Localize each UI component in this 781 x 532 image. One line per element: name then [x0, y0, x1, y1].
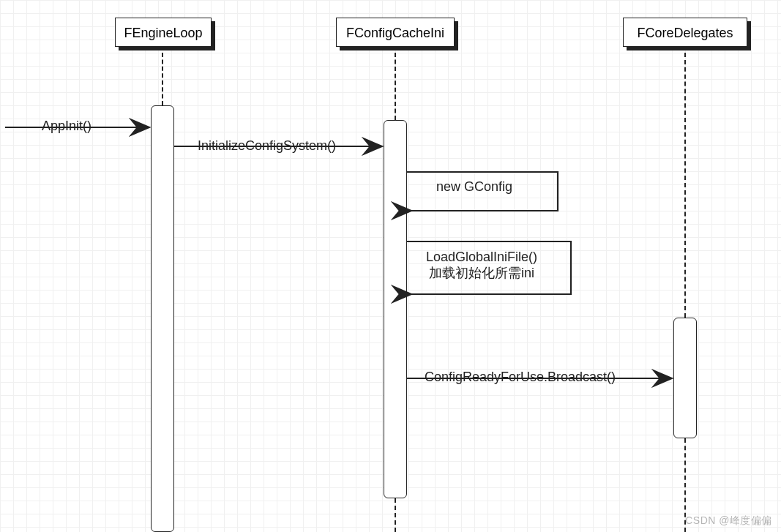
msg-initializeconfigsystem: InitializeConfigSystem()	[198, 138, 336, 154]
watermark: CSDN @峰度偏偏	[685, 514, 772, 528]
lifeline-fconfigcacheini: FConfigCacheIni	[336, 18, 455, 47]
msg-new-gconfig: new GConfig	[436, 179, 512, 195]
msg-loadglobalinifile-line1: LoadGlobalIniFile()	[426, 249, 537, 265]
msg-loadglobalinifile: LoadGlobalIniFile() 加载初始化所需ini	[426, 249, 537, 281]
lifeline-dash	[395, 53, 396, 120]
activation-fcoredelegates	[673, 318, 697, 438]
activation-fconfigcacheini	[384, 120, 407, 498]
msg-loadglobalinifile-line2: 加载初始化所需ini	[426, 265, 537, 281]
lifeline-fcoredelegates: FCoreDelegates	[623, 18, 747, 47]
msg-configreadyforuse: ConfigReadyForUse.Broadcast()	[425, 370, 616, 385]
activation-fengineloop	[151, 105, 174, 532]
lifeline-dash	[684, 53, 686, 318]
lifeline-dash	[395, 498, 396, 532]
lifeline-dash	[162, 53, 163, 105]
sequence-diagram: FEngineLoop FConfigCacheIni FCoreDelegat…	[0, 0, 781, 532]
lifeline-fengineloop: FEngineLoop	[115, 18, 212, 47]
msg-appinit: AppInit()	[42, 119, 91, 134]
